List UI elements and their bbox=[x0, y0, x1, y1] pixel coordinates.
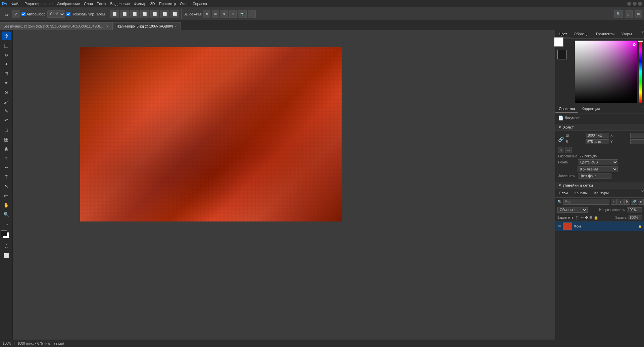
history-brush-tool[interactable]: ↶ bbox=[2, 116, 11, 125]
3d-pan-btn[interactable]: ✥ bbox=[220, 10, 228, 18]
tab-corrections[interactable]: Коррекция bbox=[578, 105, 603, 113]
layer-visibility-icon[interactable]: 👁 bbox=[557, 224, 561, 228]
tab-patterns[interactable]: Узоры bbox=[618, 30, 635, 38]
canvas-section-header[interactable]: ▼ Холст bbox=[555, 124, 644, 131]
tab2-close[interactable]: ✕ bbox=[175, 25, 177, 28]
tab1-close[interactable]: ✕ bbox=[106, 25, 109, 28]
tab-layers[interactable]: Слои bbox=[555, 189, 571, 197]
align-center-btn[interactable]: ⬜ bbox=[120, 10, 129, 18]
tab-file2[interactable]: Tkan-Tempo_5.jpg @ 100% (RGB/8#) ✕ bbox=[112, 22, 181, 30]
menu-layers[interactable]: Слои bbox=[84, 2, 93, 6]
lock-transparent-btn[interactable]: ⬚ bbox=[576, 215, 579, 220]
foreground-color-swatch[interactable] bbox=[1, 230, 7, 236]
dodge-tool[interactable]: ○ bbox=[2, 154, 11, 162]
layer-filter-btn[interactable]: ≡ bbox=[611, 199, 617, 205]
x-input[interactable] bbox=[630, 133, 644, 138]
y-input[interactable] bbox=[630, 139, 644, 144]
menu-help[interactable]: Справка bbox=[193, 2, 207, 6]
quick-mask-btn[interactable]: ⬡ bbox=[2, 242, 11, 250]
3d-orbit-btn[interactable]: ⊙ bbox=[229, 10, 237, 18]
maximize-button[interactable] bbox=[633, 2, 637, 6]
hue-slider[interactable] bbox=[639, 41, 642, 103]
magic-wand-tool[interactable]: ✦ bbox=[2, 60, 11, 68]
close-button[interactable] bbox=[638, 2, 642, 6]
align-bottom-btn[interactable]: ⬜ bbox=[160, 10, 169, 18]
selection-tool[interactable]: ⬚ bbox=[2, 41, 11, 50]
gradient-tool[interactable]: ▦ bbox=[2, 135, 11, 144]
opacity-input[interactable] bbox=[627, 207, 642, 212]
path-select-tool[interactable]: ↖ bbox=[2, 182, 11, 191]
menu-view[interactable]: Просмотр bbox=[159, 2, 176, 6]
menu-select[interactable]: Выделение bbox=[110, 2, 130, 6]
tab-file1[interactable]: Без имени-1 @ 25% (4d2afd0721b5d0ea46f84… bbox=[0, 22, 112, 30]
layer-fx-btn[interactable]: fx bbox=[624, 199, 630, 205]
props-panel-close[interactable]: ✕ bbox=[641, 105, 644, 113]
eraser-tool[interactable]: ◻ bbox=[2, 126, 11, 134]
tab-paths[interactable]: Контуры bbox=[591, 189, 612, 197]
hand-tool[interactable]: ✋ bbox=[2, 201, 11, 209]
3d-camera-btn[interactable]: 📷 bbox=[238, 10, 247, 18]
tab-gradients[interactable]: Градиенты bbox=[593, 30, 618, 38]
layers-panel-close[interactable]: ✕ bbox=[641, 189, 644, 197]
blur-tool[interactable]: ◉ bbox=[2, 144, 11, 153]
move-tool[interactable]: ✣ bbox=[2, 32, 11, 40]
fill-value-input[interactable] bbox=[629, 215, 642, 220]
menu-edit[interactable]: Редактирование bbox=[24, 2, 53, 6]
portrait-btn[interactable]: ▯ bbox=[558, 147, 564, 153]
height-input[interactable] bbox=[586, 139, 609, 144]
landscape-btn[interactable]: ▭ bbox=[565, 147, 572, 153]
tab-properties[interactable]: Свойства bbox=[555, 105, 578, 113]
menu-window[interactable]: Окно bbox=[180, 2, 189, 6]
menu-image[interactable]: Изображение bbox=[57, 2, 80, 6]
lock-position-btn[interactable]: ✣ bbox=[585, 215, 588, 220]
more-tools-icon[interactable]: ··· bbox=[2, 219, 11, 228]
menu-file[interactable]: Файл bbox=[11, 2, 20, 6]
regime-dropdown[interactable]: Цвета RGB bbox=[578, 159, 618, 165]
lasso-tool[interactable]: ⌀ bbox=[2, 50, 11, 59]
blend-mode-dropdown[interactable]: Обычные bbox=[557, 207, 588, 213]
align-left-btn[interactable]: ⬜ bbox=[110, 10, 119, 18]
lock-image-btn[interactable]: ✏ bbox=[581, 215, 584, 220]
tab-swatches[interactable]: Образцы bbox=[571, 30, 593, 38]
layer-type-btn[interactable]: T bbox=[617, 199, 624, 205]
lock-all-btn[interactable]: 🔒 bbox=[594, 215, 598, 220]
color-panel-close[interactable]: ✕ bbox=[641, 30, 644, 38]
show-controls-checkbox[interactable] bbox=[66, 12, 70, 16]
layer-item[interactable]: 👁 Фон 🔒 bbox=[555, 221, 644, 231]
fg-color-swatch[interactable] bbox=[557, 50, 567, 59]
screen-mode-btn[interactable]: ⬜ bbox=[2, 251, 11, 260]
shape-tool[interactable]: ▭ bbox=[2, 191, 11, 200]
autoselect-checkbox[interactable] bbox=[21, 12, 26, 16]
crop-tool[interactable]: ⊡ bbox=[2, 69, 11, 78]
align-middle-btn[interactable]: ⬜ bbox=[150, 10, 159, 18]
grid-section-header[interactable]: ▼ Линейки и сетки bbox=[555, 182, 644, 189]
clone-stamp-tool[interactable]: ✎ bbox=[2, 107, 11, 115]
3d-zoom-btn[interactable]: ⊕ bbox=[212, 10, 219, 18]
more-tools-btn[interactable]: ... bbox=[248, 10, 255, 18]
menu-3d[interactable]: 3D bbox=[150, 2, 155, 6]
workspace-btn[interactable]: ⊞ bbox=[635, 10, 642, 18]
pen-tool[interactable]: ✒ bbox=[2, 163, 11, 172]
fill-input[interactable] bbox=[578, 174, 611, 179]
tab-channels[interactable]: Каналы bbox=[571, 189, 591, 197]
eyedropper-tool[interactable]: ✒ bbox=[2, 79, 11, 87]
width-input[interactable] bbox=[586, 133, 609, 138]
bg-color-swatch[interactable] bbox=[554, 37, 563, 47]
menu-filter[interactable]: Фильтр bbox=[134, 2, 146, 6]
canvas-area[interactable] bbox=[13, 30, 555, 340]
3d-rotate-btn[interactable]: ↻ bbox=[203, 10, 210, 18]
transform-mode-btn[interactable]: ⤢ bbox=[12, 10, 20, 18]
menu-text[interactable]: Текст bbox=[97, 2, 106, 6]
autoselect-dropdown[interactable]: Слой bbox=[47, 10, 65, 18]
layer-linked-btn[interactable]: 🔗 bbox=[631, 199, 637, 205]
color-gradient-picker[interactable] bbox=[575, 41, 637, 103]
zoom-tool[interactable]: 🔍 bbox=[2, 210, 11, 219]
distribute-h-btn[interactable]: ⬜ bbox=[170, 10, 179, 18]
home-icon[interactable]: ⌂ bbox=[2, 10, 11, 18]
layer-attr-btn[interactable]: ⊕ bbox=[638, 199, 644, 205]
align-right-btn[interactable]: ⬜ bbox=[130, 10, 139, 18]
lock-artboard-btn[interactable]: ⊞ bbox=[589, 215, 592, 220]
align-top-btn[interactable]: ⬜ bbox=[140, 10, 149, 18]
search-btn[interactable]: 🔍 bbox=[614, 10, 623, 18]
spot-healing-tool[interactable]: ⊗ bbox=[2, 88, 11, 97]
